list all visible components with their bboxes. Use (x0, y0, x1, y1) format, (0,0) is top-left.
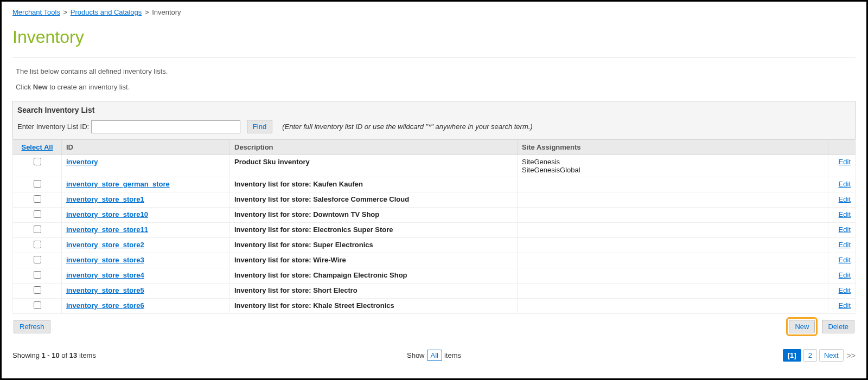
breadcrumb-products-catalogs[interactable]: Products and Catalogs (71, 8, 142, 16)
table-row: inventory_store_german_storeInventory li… (13, 177, 856, 192)
items-label: items (444, 351, 461, 359)
showing-total: 13 (69, 351, 77, 359)
inventory-id-link[interactable]: inventory_store_store2 (66, 241, 144, 249)
divider (12, 57, 856, 57)
inventory-id-link[interactable]: inventory_store_store6 (66, 301, 144, 310)
col-site-assignments: Site Assignments (518, 140, 828, 155)
edit-link[interactable]: Edit (839, 271, 851, 279)
edit-link[interactable]: Edit (839, 256, 851, 264)
inventory-id-link[interactable]: inventory_store_store3 (66, 256, 144, 264)
find-button[interactable]: Find (247, 120, 272, 133)
row-site-assignments (518, 177, 828, 192)
edit-link[interactable]: Edit (839, 286, 851, 294)
row-checkbox[interactable] (34, 226, 41, 233)
page-1[interactable]: [1] (783, 349, 801, 362)
intro-line2-suffix: to create an inventory list. (48, 83, 130, 91)
showing-prefix: Showing (12, 351, 41, 359)
row-checkbox[interactable] (34, 158, 41, 165)
edit-link[interactable]: Edit (839, 210, 851, 218)
page-title: Inventory (12, 27, 856, 47)
showing-items: items (77, 351, 96, 359)
row-checkbox[interactable] (34, 271, 41, 279)
inventory-id-link[interactable]: inventory (66, 158, 98, 166)
table-row: inventoryProduct Sku inventorySiteGenesi… (13, 155, 856, 177)
search-label: Enter Inventory List ID: (17, 123, 89, 131)
table-row: inventory_store_store3Inventory list for… (13, 253, 856, 268)
row-site-assignments (518, 238, 828, 253)
search-hint: (Enter full inventory list ID or use the… (282, 123, 533, 131)
table-row: inventory_store_store6Inventory list for… (13, 299, 856, 314)
col-id: ID (62, 140, 230, 155)
row-description: Inventory list for store: Wire-Wire (230, 253, 518, 268)
page-next[interactable]: Next (819, 349, 844, 362)
breadcrumb-current: Inventory (152, 8, 181, 16)
intro-line2-prefix: Click (16, 83, 33, 91)
row-description: Inventory list for store: Super Electron… (230, 238, 518, 253)
row-description: Inventory list for store: Champaign Elec… (230, 268, 518, 284)
breadcrumb-sep: > (63, 8, 68, 16)
row-site-assignments: SiteGenesisSiteGenesisGlobal (518, 155, 828, 177)
col-description: Description (230, 140, 518, 155)
new-button[interactable]: New (789, 320, 815, 333)
row-site-assignments (518, 208, 828, 223)
row-checkbox[interactable] (34, 210, 41, 218)
row-description: Inventory list for store: Kaufen Kaufen (230, 177, 518, 192)
inventory-id-link[interactable]: inventory_store_store5 (66, 286, 144, 294)
action-row: Refresh New Delete (12, 317, 856, 336)
delete-button[interactable]: Delete (822, 320, 854, 333)
row-description: Inventory list for store: Electronics Su… (230, 223, 518, 238)
row-site-assignments (518, 253, 828, 268)
row-checkbox[interactable] (34, 301, 41, 309)
edit-link[interactable]: Edit (839, 301, 851, 310)
row-checkbox[interactable] (34, 256, 41, 263)
breadcrumb: Merchant Tools > Products and Catalogs >… (12, 8, 856, 16)
inventory-id-link[interactable]: inventory_store_store4 (66, 271, 144, 279)
breadcrumb-merchant-tools[interactable]: Merchant Tools (12, 8, 60, 16)
search-box: Search Inventory List Enter Inventory Li… (12, 101, 856, 139)
edit-link[interactable]: Edit (839, 241, 851, 249)
table-row: inventory_store_store5Inventory list for… (13, 284, 856, 299)
row-site-assignments (518, 223, 828, 238)
table-row: inventory_store_store10Inventory list fo… (13, 208, 856, 223)
show-label: Show (407, 351, 425, 359)
inventory-id-link[interactable]: inventory_store_german_store (66, 180, 170, 188)
showing-range: 1 - 10 (41, 351, 59, 359)
intro-line2-bold: New (33, 83, 48, 91)
row-checkbox[interactable] (34, 241, 41, 248)
right-actions: New Delete (786, 317, 854, 336)
row-site-assignments (518, 192, 828, 208)
row-checkbox[interactable] (34, 180, 41, 188)
edit-link[interactable]: Edit (839, 226, 851, 234)
row-checkbox[interactable] (34, 195, 41, 203)
select-all-link[interactable]: Select All (21, 143, 53, 151)
footer-row: Showing 1 - 10 of 13 items Show All item… (12, 349, 856, 362)
breadcrumb-sep: > (145, 8, 149, 16)
search-row: Enter Inventory List ID: Find (Enter ful… (17, 120, 851, 133)
inventory-id-link[interactable]: inventory_store_store10 (66, 210, 148, 218)
page-2[interactable]: 2 (803, 349, 817, 362)
page-last-icon[interactable]: >> (847, 351, 856, 360)
edit-link[interactable]: Edit (839, 158, 851, 166)
edit-link[interactable]: Edit (839, 180, 851, 188)
inventory-table: Select All ID Description Site Assignmen… (12, 139, 856, 314)
inventory-list-id-input[interactable] (91, 120, 240, 133)
inventory-id-link[interactable]: inventory_store_store1 (66, 195, 144, 203)
inventory-id-link[interactable]: inventory_store_store11 (66, 226, 148, 234)
edit-link[interactable]: Edit (839, 195, 851, 203)
new-button-highlight: New (786, 317, 818, 336)
row-site-assignments (518, 284, 828, 299)
row-checkbox[interactable] (34, 286, 41, 294)
table-header-row: Select All ID Description Site Assignmen… (13, 140, 856, 155)
col-edit (828, 140, 856, 155)
row-site-assignments (518, 299, 828, 314)
col-select-all: Select All (13, 140, 62, 155)
table-row: inventory_store_store1Inventory list for… (13, 192, 856, 208)
refresh-button[interactable]: Refresh (14, 320, 50, 333)
table-row: inventory_store_store4Inventory list for… (13, 268, 856, 284)
show-all-button[interactable]: All (427, 350, 442, 361)
row-description: Product Sku inventory (230, 155, 518, 177)
row-site-assignments (518, 268, 828, 284)
row-description: Inventory list for store: Khale Street E… (230, 299, 518, 314)
showing-text: Showing 1 - 10 of 13 items (12, 351, 96, 359)
row-description: Inventory list for store: Downtown TV Sh… (230, 208, 518, 223)
